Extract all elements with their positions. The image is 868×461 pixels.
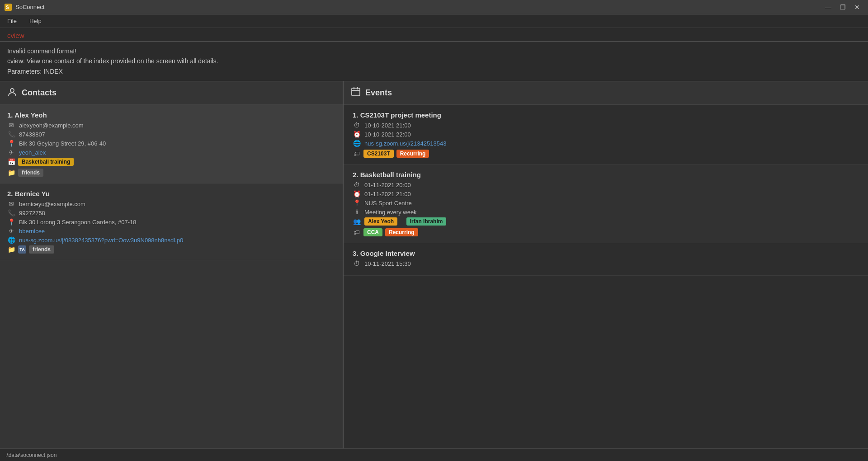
event-note-2: ℹ Meeting every week — [353, 208, 859, 216]
contacts-title: Contacts — [22, 88, 57, 98]
menu-help[interactable]: Help — [27, 17, 44, 25]
minimize-button[interactable]: — — [822, 2, 835, 12]
contact-address-1: 📍 Blk 30 Geylang Street 29, #06-40 — [7, 140, 335, 147]
contact-group-1: 📁 friends — [7, 169, 335, 177]
event-end-1: ⏰ 10-10-2021 22:00 — [353, 131, 859, 138]
group-tag-2: friends — [29, 245, 54, 254]
event-link-1: 🌐 nus-sg.zoom.us/j/21342513543 — [353, 140, 859, 147]
location-icon-2: 📍 — [353, 199, 361, 207]
folder-icon-2: 📁 — [7, 246, 15, 253]
alarm-icon-1: ⏰ — [353, 131, 361, 138]
events-list: 1. CS2103T project meeting ⏱ 10-10-2021 … — [344, 105, 868, 448]
contact-tags-1: 📅 Basketball training — [7, 158, 335, 166]
contact-phone-1: 📞 87438807 — [7, 131, 335, 138]
alarm-icon-2: ⏰ — [353, 190, 361, 198]
status-path: .\data\soconnect.json — [5, 452, 57, 458]
event-tags-1: 🏷 CS2103T Recurring — [353, 150, 859, 158]
event-tags-2: 🏷 CCA Recurring — [353, 228, 859, 236]
event-tag-1: Basketball training — [18, 158, 74, 166]
info-icon-2: ℹ — [353, 208, 361, 216]
event-end-2: ⏰ 01-11-2021 21:00 — [353, 190, 859, 198]
contacts-icon — [7, 87, 17, 99]
person-badge-alex: Alex Yeoh — [364, 217, 397, 226]
contact-telegram-2: ✈ bbernicee — [7, 227, 335, 235]
person-badge-irfan: Irfan Ibrahim — [406, 217, 447, 226]
event-start-2: ⏱ 01-11-2021 20:00 — [353, 181, 859, 188]
contact-email-2: ✉ berniceyu@example.com — [7, 200, 335, 207]
clock-icon-2: ⏱ — [353, 181, 361, 188]
svg-text:S: S — [6, 5, 9, 10]
restore-button[interactable]: ❐ — [836, 2, 849, 12]
event-zoom-link-1[interactable]: nus-sg.zoom.us/j/21342513543 — [364, 140, 446, 147]
main-content: Contacts 1. Alex Yeoh ✉ alexyeoh@example… — [0, 81, 868, 448]
folder-icon-1: 📁 — [7, 169, 15, 176]
events-panel: Events 1. CS2103T project meeting ⏱ 10-1… — [344, 81, 868, 448]
badge-recurring-2: Recurring — [385, 228, 418, 236]
title-bar: S SoConnect — ❐ ✕ — [0, 0, 868, 14]
event-name-1: 1. CS2103T project meeting — [353, 111, 859, 119]
contact-zoom-2: 🌐 nus-sg.zoom.us/j/08382435376?pwd=Oow3u… — [7, 236, 335, 244]
badge-recurring-1: Recurring — [396, 150, 429, 158]
group-avatar-2: TA — [18, 245, 26, 254]
contact-phone-2: 📞 99272758 — [7, 209, 335, 216]
telegram-icon-2: ✈ — [7, 227, 15, 235]
event-item-2[interactable]: 2. Basketball training ⏱ 01-11-2021 20:0… — [344, 165, 868, 243]
tag-icon-1: 🏷 — [353, 150, 361, 157]
group-tag-1: friends — [18, 169, 43, 177]
title-bar-controls: — ❐ ✕ — [822, 2, 863, 12]
event-name-2: 2. Basketball training — [353, 171, 859, 179]
contact-address-2: 📍 Blk 30 Lorong 3 Serangoon Gardens, #07… — [7, 218, 335, 226]
badge-cs2103t: CS2103T — [363, 150, 394, 158]
contact-item-2[interactable]: 2. Bernice Yu ✉ berniceyu@example.com 📞 … — [0, 183, 343, 260]
event-start-1: ⏱ 10-10-2021 21:00 — [353, 122, 859, 129]
event-start-3: ⏱ 10-11-2021 15:30 — [353, 260, 859, 267]
output-line-3: Parameters: INDEX — [7, 66, 861, 76]
telegram-icon-1: ✈ — [7, 149, 15, 156]
event-item-3[interactable]: 3. Google Interview ⏱ 10-11-2021 15:30 — [344, 243, 868, 276]
contacts-list: 1. Alex Yeoh ✉ alexyeoh@example.com 📞 87… — [0, 105, 343, 448]
output-area: Invalid command format! cview: View one … — [0, 42, 868, 81]
close-button[interactable]: ✕ — [851, 2, 863, 12]
clock-icon-1: ⏱ — [353, 122, 361, 129]
address-icon-1: 📍 — [7, 140, 15, 147]
menu-bar: File Help — [0, 14, 868, 28]
clock-icon-3: ⏱ — [353, 260, 361, 267]
contact-email-1: ✉ alexyeoh@example.com — [7, 122, 335, 129]
event-item-1[interactable]: 1. CS2103T project meeting ⏱ 10-10-2021 … — [344, 105, 868, 165]
events-header: Events — [344, 81, 868, 105]
persons-icon-2: 👥 — [353, 218, 361, 225]
zoom-icon-2: 🌐 — [7, 236, 15, 244]
contact-name-1: 1. Alex Yeoh — [7, 111, 335, 119]
svg-point-2 — [10, 89, 14, 92]
phone-icon-2: 📞 — [7, 209, 15, 216]
email-icon-2: ✉ — [7, 200, 15, 207]
contact-item-1[interactable]: 1. Alex Yeoh ✉ alexyeoh@example.com 📞 87… — [0, 105, 343, 183]
event-name-3: 3. Google Interview — [353, 249, 859, 257]
contacts-panel: Contacts 1. Alex Yeoh ✉ alexyeoh@example… — [0, 81, 344, 448]
menu-file[interactable]: File — [5, 17, 19, 25]
contact-name-2: 2. Bernice Yu — [7, 190, 335, 198]
tag-icon-2: 🏷 — [353, 229, 361, 236]
contact-telegram-1: ✈ yeoh_alex — [7, 149, 335, 156]
command-area: cview — [0, 28, 868, 42]
telegram-link-1[interactable]: yeoh_alex — [19, 149, 46, 156]
title-bar-left: S SoConnect — [5, 4, 44, 11]
svg-rect-3 — [352, 88, 360, 96]
zoom-link-2[interactable]: nus-sg.zoom.us/j/08382435376?pwd=Oow3u9N… — [19, 237, 183, 244]
contact-group-2: 📁 TA friends — [7, 245, 335, 254]
output-line-1: Invalid command format! — [7, 46, 861, 56]
telegram-link-2[interactable]: bbernicee — [19, 228, 45, 235]
events-icon — [351, 87, 361, 99]
event-persons-2: 👥 Alex Yeoh Irfan Ibrahim — [353, 217, 859, 226]
phone-icon-1: 📞 — [7, 131, 15, 138]
globe-icon-1: 🌐 — [353, 140, 361, 147]
calendar-icon-1: 📅 — [7, 158, 15, 165]
events-title: Events — [365, 88, 392, 98]
app-title: SoConnect — [15, 4, 44, 10]
badge-cca: CCA — [363, 228, 382, 236]
app-icon: S — [5, 4, 12, 11]
status-bar: .\data\soconnect.json — [0, 448, 868, 461]
output-line-2: cview: View one contact of the index pro… — [7, 56, 861, 66]
command-label: cview — [7, 32, 24, 39]
email-icon-1: ✉ — [7, 122, 15, 129]
